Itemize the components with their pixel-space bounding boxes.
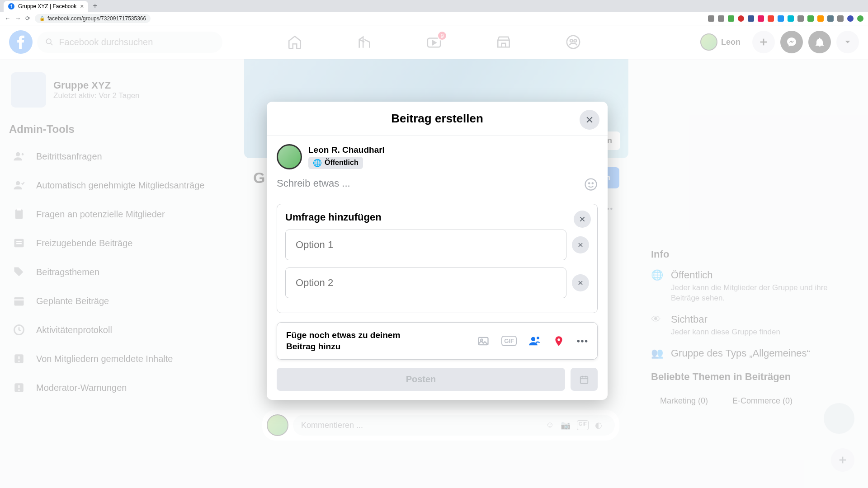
gif-icon[interactable]: GIF [501,336,517,346]
close-icon[interactable]: × [80,3,84,10]
close-icon [577,280,584,286]
new-tab-icon[interactable]: + [88,0,101,12]
svg-point-37 [592,183,594,184]
reload-icon[interactable]: ⟳ [25,15,30,22]
author-avatar [277,144,302,169]
ext-icon[interactable] [768,15,774,22]
remove-option-button[interactable] [572,236,589,253]
attachment-bar: Füge noch etwas zu deinem Beitrag hinzu … [277,322,598,360]
svg-point-48 [557,338,560,341]
audience-label: Öffentlich [325,159,359,167]
modal-footer: Posten [267,368,608,400]
browser-chrome: f Gruppe XYZ | Facebook × + ← → ⟳ 🔒 face… [0,0,868,25]
tab-bar: f Gruppe XYZ | Facebook × + [0,0,868,12]
svg-point-49 [577,340,580,342]
globe-icon: 🌐 [313,159,322,167]
ext-icon[interactable] [738,15,744,22]
ext-icon[interactable] [807,15,814,22]
facebook-favicon: f [8,3,14,9]
ext-icon[interactable] [708,15,714,22]
calendar-icon [579,375,589,385]
extension-icons [708,15,863,22]
close-modal-button[interactable] [580,110,599,130]
browser-tab[interactable]: f Gruppe XYZ | Facebook × [4,1,88,12]
audience-selector[interactable]: 🌐 Öffentlich [308,157,363,169]
poll-option-2-input[interactable] [285,267,566,298]
ext-icon[interactable] [728,15,734,22]
tab-title: Gruppe XYZ | Facebook [18,3,76,9]
ext-icon[interactable] [758,15,764,22]
emoji-icon [584,178,598,191]
svg-point-50 [581,340,583,342]
ext-icon[interactable] [857,15,863,22]
poll-option-row [285,267,589,298]
ext-icon[interactable] [827,15,834,22]
remove-poll-button[interactable] [574,211,591,228]
close-icon [579,216,586,223]
photo-icon[interactable] [477,335,490,347]
svg-point-47 [537,337,539,339]
ext-icon[interactable] [817,15,824,22]
author-name: Leon R. Chaudhari [308,145,385,155]
url-text: facebook.com/groups/732091717535366 [47,15,146,22]
svg-point-36 [589,183,590,184]
close-icon [577,242,584,248]
post-placeholder: Schreib etwas ... [277,178,350,189]
tag-people-icon[interactable] [528,335,541,347]
back-icon[interactable]: ← [5,15,10,22]
svg-point-51 [585,340,587,342]
remove-option-button[interactable] [572,274,589,291]
poll-option-row [285,230,589,260]
ext-icon[interactable] [847,15,854,22]
poll-section: Umfrage hinzufügen [277,204,598,313]
address-bar: ← → ⟳ 🔒 facebook.com/groups/732091717535… [0,12,868,25]
more-options-icon[interactable] [576,339,588,343]
post-button[interactable]: Posten [277,368,565,391]
url-field[interactable]: 🔒 facebook.com/groups/732091717535366 [35,14,151,23]
svg-point-46 [531,337,535,341]
ext-icon[interactable] [718,15,724,22]
lock-icon: 🔒 [39,16,45,21]
post-text-input[interactable]: Schreib etwas ... [277,178,598,204]
author-row: Leon R. Chaudhari 🌐 Öffentlich [277,144,598,169]
close-icon [585,115,594,124]
location-icon[interactable] [553,335,565,347]
ext-icon[interactable] [748,15,754,22]
modal-body: Leon R. Chaudhari 🌐 Öffentlich Schreib e… [267,136,608,368]
ext-icon[interactable] [837,15,844,22]
emoji-picker-button[interactable] [584,178,598,191]
ext-icon[interactable] [788,15,794,22]
svg-point-35 [585,179,597,190]
poll-option-1-input[interactable] [285,230,566,260]
poll-heading: Umfrage hinzufügen [285,211,589,223]
svg-rect-52 [580,376,588,383]
attachment-icons: GIF [477,335,588,347]
create-post-modal: Beitrag erstellen Leon R. Chaudhari 🌐 Öf… [267,102,608,400]
ext-icon[interactable] [778,15,784,22]
ext-icon[interactable] [797,15,804,22]
forward-icon[interactable]: → [15,15,21,22]
attachment-label: Füge noch etwas zu deinem Beitrag hinzu [286,330,422,352]
schedule-button[interactable] [571,368,598,391]
modal-title: Beitrag erstellen [267,102,608,136]
